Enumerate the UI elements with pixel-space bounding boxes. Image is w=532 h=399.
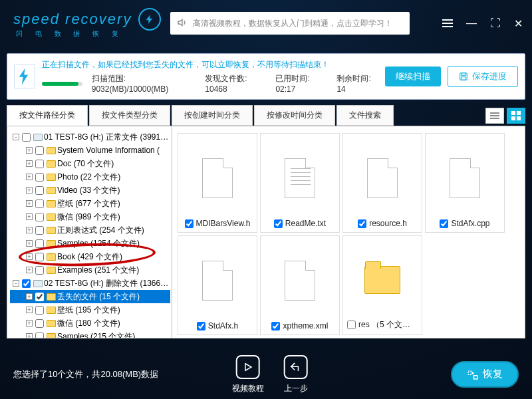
elapsed-time: 02:17 [275,84,295,94]
app-logo: speed recovery 闪 电 数 据 恢 复 [13,8,161,39]
minimize-button[interactable]: — [466,17,477,29]
file-item-folder[interactable]: res （5 个文件） [342,235,422,335]
maximize-button[interactable]: ⛶ [490,17,501,29]
tree-item[interactable]: +System Volume Information ( [10,144,170,157]
scan-status-panel: 正在扫描文件，如果已经找到您丢失的文件，可以立即恢复，不用等待扫描结束！ 扫描范… [7,53,525,100]
svg-marker-3 [245,363,251,370]
svg-rect-4 [468,371,471,374]
save-progress-button[interactable]: 保存进度 [448,66,518,87]
close-button[interactable]: ✕ [514,17,523,30]
scan-progress-bar [42,82,82,86]
folder-icon [364,266,400,294]
continue-scan-button[interactable]: 继续扫描 [385,66,441,86]
file-grid: MDIBarsView.h ReadMe.txt resource.h StdA… [172,126,525,338]
file-item[interactable]: StdAfx.h [178,235,257,335]
svg-rect-1 [462,73,466,76]
speaker-icon [177,17,188,30]
list-icon [490,112,499,119]
tree-lost-files[interactable]: +丢失的文件 (15 个文件) [10,290,170,303]
tree-item[interactable]: +正则表达式 (254 个文件) [10,223,170,237]
file-item[interactable]: MDIBarsView.h [178,133,257,233]
scan-activity-icon [14,65,35,88]
folder-tree[interactable]: -01 TEST-8G (H:) 正常文件 (3991… +System Vol… [7,126,172,338]
tree-item[interactable]: +Doc (70 个文件) [10,157,170,170]
tab-by-path[interactable]: 按文件路径分类 [7,105,88,126]
tree-item[interactable]: +Samples (215 个文件) [10,330,170,338]
tree-item[interactable]: +壁纸 (677 个文件) [10,197,170,210]
video-tutorial-button[interactable]: 视频教程 [232,355,264,394]
tab-by-type[interactable]: 按文件类型分类 [89,105,170,126]
tree-drive-deleted[interactable]: -02 TEST-8G (H:) 删除文件 (1366… [10,277,170,290]
tree-item[interactable]: +壁纸 (195 个文件) [10,303,170,317]
svg-rect-5 [474,375,477,378]
tree-item[interactable]: +Examples (251 个文件) [10,263,170,277]
category-tabs: 按文件路径分类 按文件类型分类 按创建时间分类 按修改时间分类 文件搜索 [7,105,525,126]
tree-item[interactable]: +Photo (22 个文件) [10,170,170,184]
menu-icon[interactable] [442,19,453,27]
found-count: 10468 [205,84,227,94]
svg-rect-2 [462,77,466,80]
file-item[interactable]: ReadMe.txt [260,133,340,233]
tree-drive-normal[interactable]: -01 TEST-8G (H:) 正常文件 (3991… [10,130,170,144]
tab-search[interactable]: 文件搜索 [336,105,394,126]
tree-item[interactable]: +微信 (180 个文件) [10,317,170,330]
scan-range: 9032(MB)/10000(MB) [92,84,168,94]
tree-item[interactable]: +Book (429 个文件) [10,250,170,263]
selection-status: 您选择了10个文件，共20.08(MB)数据 [13,368,158,380]
tab-by-created[interactable]: 按创建时间分类 [172,105,253,126]
file-item[interactable]: xptheme.xml [260,235,340,335]
grid-icon [511,111,521,120]
lightning-icon [138,8,161,31]
tree-item[interactable]: +微信 (989 个文件) [10,210,170,223]
remain-time: 14 [336,84,345,94]
scan-message: 正在扫描文件，如果已经找到您丢失的文件，可以立即恢复，不用等待扫描结束！ [42,59,378,70]
tab-by-modified[interactable]: 按修改时间分类 [254,105,335,126]
tree-item[interactable]: +Video (33 个文件) [10,184,170,197]
promo-banner[interactable]: 高清视频教程，数据恢复从入门到精通，点击立即学习！ [170,12,410,35]
view-grid-button[interactable] [507,108,525,124]
recover-button[interactable]: 恢复 [451,361,519,387]
back-button[interactable]: 上一步 [284,355,308,394]
view-list-button[interactable] [485,108,504,124]
tree-item[interactable]: +Samples (1254 个文件) [10,237,170,250]
file-item[interactable]: resource.h [342,133,422,233]
file-item[interactable]: StdAfx.cpp [425,133,505,233]
